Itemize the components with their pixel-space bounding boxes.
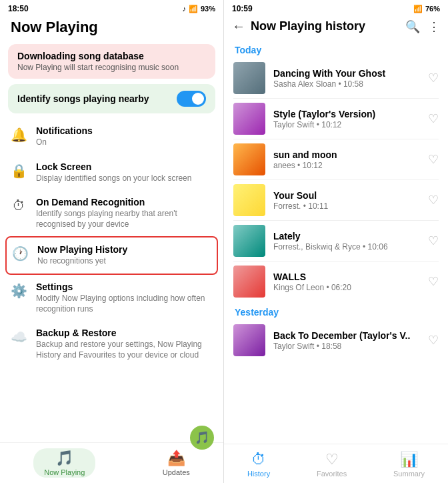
menu-item-3[interactable]: 🕐 Now Playing History No recognitions ye… <box>5 236 218 275</box>
identify-banner: Identify songs playing nearby <box>8 84 215 113</box>
song-meta-0-4: Forrest., Biskwiq & Ryce • 10:06 <box>273 242 420 252</box>
heart-button-0-0[interactable]: ♡ <box>428 71 439 85</box>
left-status-bar: 18:50 ♪ 📶 93% <box>0 0 223 16</box>
menu-icon-5: ☁️ <box>11 329 27 345</box>
song-info-0-1: Style (Taylor's Version) Taylor Swift • … <box>273 109 420 129</box>
heart-button-0-4[interactable]: ♡ <box>428 233 439 248</box>
left-panel: 18:50 ♪ 📶 93% Now Playing Downloading so… <box>0 0 224 483</box>
song-title-0-2: sun and moon <box>273 149 420 160</box>
song-info-0-0: Dancing With Your Ghost Sasha Alex Sloan… <box>273 68 420 89</box>
song-meta-0-3: Forrest. • 10:11 <box>273 201 420 211</box>
history-list: Today Dancing With Your Ghost Sasha Alex… <box>224 39 448 444</box>
now-playing-icon: 🎵 <box>55 450 73 467</box>
battery-text: 93% <box>201 5 215 13</box>
menu-item-2[interactable]: ⏱ On Demand Recognition Identify songs p… <box>0 190 223 236</box>
more-icon[interactable]: ⋮ <box>428 19 440 34</box>
menu-main-3: Now Playing History <box>37 244 127 255</box>
right-page-title: Now Playing history <box>251 19 400 33</box>
history-tab[interactable]: ⏱ History <box>237 450 281 479</box>
menu-main-0: Notifications <box>36 125 93 136</box>
identify-toggle[interactable] <box>177 91 206 107</box>
right-panel: 10:59 📶 76% ← Now Playing history 🔍 ⋮ To… <box>224 0 448 483</box>
song-item-0-5[interactable]: WALLS Kings Of Leon • 06:20 ♡ <box>224 262 448 302</box>
menu-sub-4: Modify Now Playing options including how… <box>36 294 213 314</box>
summary-icon: 📊 <box>400 451 418 468</box>
left-time: 18:50 <box>8 4 29 13</box>
heart-button-1-0[interactable]: ♡ <box>428 333 439 348</box>
signal-icon: 📶 <box>189 5 198 13</box>
heart-button-0-2[interactable]: ♡ <box>428 152 439 167</box>
menu-sub-2: Identify songs playing nearby that aren'… <box>36 209 213 229</box>
album-art-0-5 <box>233 266 265 298</box>
song-info-0-4: Lately Forrest., Biskwiq & Ryce • 10:06 <box>273 231 420 252</box>
album-art-0-1 <box>233 103 265 135</box>
heart-button-0-5[interactable]: ♡ <box>428 274 439 289</box>
summary-tab[interactable]: 📊 Summary <box>383 450 435 479</box>
search-icon[interactable]: 🔍 <box>405 19 420 34</box>
song-item-0-3[interactable]: Your Soul Forrest. • 10:11 ♡ <box>224 180 448 220</box>
album-art-0-4 <box>233 225 265 257</box>
updates-label: Updates <box>163 468 190 476</box>
right-signal-icon: 📶 <box>413 5 423 13</box>
menu-text-4: Settings Modify Now Playing options incl… <box>36 282 213 314</box>
menu-sub-5: Backup and restore your settings, Now Pl… <box>36 340 213 360</box>
now-playing-tab[interactable]: 🎵 Now Playing <box>33 448 95 478</box>
updates-tab[interactable]: 📤 Updates <box>163 450 190 476</box>
song-title-0-4: Lately <box>273 231 420 242</box>
menu-item-5[interactable]: ☁️ Backup & Restore Backup and restore y… <box>0 321 223 367</box>
header-icons: 🔍 ⋮ <box>405 19 440 34</box>
menu-icon-2: ⏱ <box>11 198 27 213</box>
song-title-1-0: Back To December (Taylor's V.. <box>273 330 420 341</box>
song-meta-0-1: Taylor Swift • 10:12 <box>273 120 420 129</box>
menu-sub-3: No recognitions yet <box>37 256 127 267</box>
favorites-tab[interactable]: ♡ Favorites <box>306 450 357 479</box>
song-item-0-2[interactable]: sun and moon anees • 10:12 ♡ <box>224 139 448 179</box>
back-button[interactable]: ← <box>232 19 245 34</box>
right-header: ← Now Playing history 🔍 ⋮ <box>224 16 448 39</box>
song-info-1-0: Back To December (Taylor's V.. Taylor Sw… <box>273 330 420 351</box>
menu-item-0[interactable]: 🔔 Notifications On <box>0 119 223 155</box>
now-playing-label: Now Playing <box>44 468 85 476</box>
heart-button-0-3[interactable]: ♡ <box>428 193 439 207</box>
song-title-0-1: Style (Taylor's Version) <box>273 109 420 119</box>
heart-button-0-1[interactable]: ♡ <box>428 111 439 126</box>
menu-main-1: Lock Screen <box>36 161 191 172</box>
album-art-0-0 <box>233 62 265 94</box>
updates-icon: 📤 <box>167 450 185 467</box>
menu-text-0: Notifications On <box>36 125 93 148</box>
menu-icon-1: 🔒 <box>11 163 27 179</box>
menu-sub-0: On <box>36 137 93 148</box>
album-art-0-2 <box>233 143 265 175</box>
song-title-0-3: Your Soul <box>273 190 420 201</box>
menu-main-4: Settings <box>36 282 213 292</box>
favorites-label: Favorites <box>317 470 347 478</box>
album-art-0-3 <box>233 184 265 216</box>
menu-main-2: On Demand Recognition <box>36 197 213 207</box>
menu-text-2: On Demand Recognition Identify songs pla… <box>36 197 213 229</box>
song-meta-0-0: Sasha Alex Sloan • 10:58 <box>273 79 420 89</box>
menu-item-1[interactable]: 🔒 Lock Screen Display identified songs o… <box>0 155 223 191</box>
music-float-button[interactable]: 🎵 <box>190 426 214 450</box>
right-status-icons: 📶 76% <box>413 5 440 13</box>
song-item-0-4[interactable]: Lately Forrest., Biskwiq & Ryce • 10:06 … <box>224 221 448 261</box>
song-meta-0-2: anees • 10:12 <box>273 161 420 170</box>
song-item-1-0[interactable]: Back To December (Taylor's V.. Taylor Sw… <box>224 320 448 360</box>
history-icon: ⏱ <box>251 451 266 468</box>
song-meta-1-0: Taylor Swift • 18:58 <box>273 342 420 351</box>
identify-banner-title: Identify songs playing nearby <box>17 93 149 104</box>
album-art-1-0 <box>233 324 265 356</box>
menu-text-5: Backup & Restore Backup and restore your… <box>36 328 213 360</box>
summary-label: Summary <box>393 470 425 478</box>
song-title-0-5: WALLS <box>273 272 420 282</box>
menu-icon-3: 🕐 <box>12 246 28 262</box>
song-item-0-0[interactable]: Dancing With Your Ghost Sasha Alex Sloan… <box>224 58 448 98</box>
song-item-0-1[interactable]: Style (Taylor's Version) Taylor Swift • … <box>224 99 448 139</box>
history-label: History <box>247 470 270 478</box>
menu-icon-0: 🔔 <box>11 127 27 143</box>
right-bottom-bar: ⏱ History ♡ Favorites 📊 Summary <box>224 444 448 483</box>
menu-text-1: Lock Screen Display identified songs on … <box>36 161 191 184</box>
menu-item-4[interactable]: ⚙️ Settings Modify Now Playing options i… <box>0 275 223 321</box>
song-meta-0-5: Kings Of Leon • 06:20 <box>273 283 420 292</box>
download-banner-title: Downloading song database <box>17 51 206 61</box>
menu-sub-1: Display identified songs on your lock sc… <box>36 173 191 184</box>
